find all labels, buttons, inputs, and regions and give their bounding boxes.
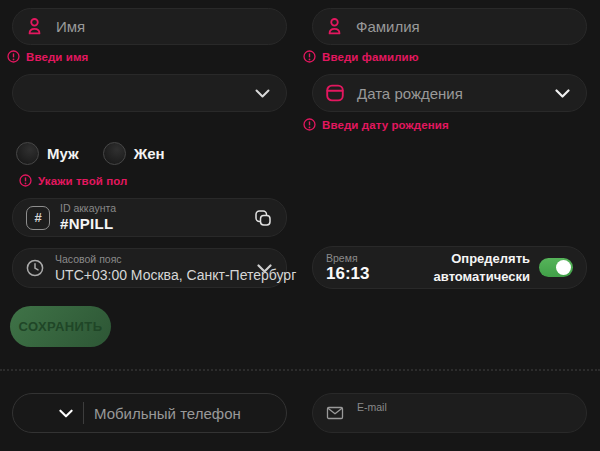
time-label: Время bbox=[326, 252, 369, 265]
auto-detect-toggle[interactable] bbox=[539, 258, 573, 277]
first-name-error: Введи имя bbox=[7, 50, 88, 63]
error-text: Введи имя bbox=[26, 51, 88, 63]
hash-icon: # bbox=[26, 206, 50, 230]
email-field[interactable]: E-mail bbox=[312, 393, 587, 433]
calendar-icon bbox=[325, 83, 345, 103]
person-icon bbox=[325, 17, 344, 36]
empty-select-field[interactable] bbox=[12, 74, 287, 112]
gender-radio-group: Муж Жен bbox=[16, 142, 165, 165]
first-name-field[interactable] bbox=[12, 8, 287, 45]
auto-detect-label: Определять автоматически bbox=[434, 250, 530, 285]
alert-circle-icon bbox=[19, 174, 32, 187]
gender-option-female[interactable]: Жен bbox=[103, 142, 165, 165]
gender-error: Укажи твой пол bbox=[19, 174, 128, 187]
first-name-input[interactable] bbox=[56, 18, 274, 35]
timezone-label: Часовой пояс bbox=[55, 253, 247, 266]
section-divider bbox=[0, 369, 600, 371]
country-code-chevron-down-icon[interactable] bbox=[59, 409, 73, 418]
field-divider bbox=[83, 402, 84, 424]
person-icon bbox=[25, 17, 44, 36]
email-label: E-mail bbox=[357, 401, 387, 414]
chevron-down-icon bbox=[257, 264, 272, 273]
save-button[interactable]: СОХРАНИТЬ bbox=[10, 306, 111, 347]
toggle-knob bbox=[556, 260, 571, 275]
clock-icon bbox=[25, 258, 45, 278]
error-text: Введи фамилию bbox=[322, 51, 419, 63]
alert-circle-icon bbox=[303, 118, 316, 131]
error-text: Введи дату рождения bbox=[322, 119, 449, 131]
copy-icon[interactable] bbox=[253, 208, 273, 228]
alert-circle-icon bbox=[303, 50, 316, 63]
gender-option-male[interactable]: Муж bbox=[16, 142, 79, 165]
timezone-value: UTC+03:00 Москва, Санкт-Петербург bbox=[55, 267, 247, 283]
birth-date-field[interactable]: Дата рождения bbox=[312, 74, 587, 112]
gender-female-label: Жен bbox=[134, 145, 165, 162]
last-name-field[interactable] bbox=[312, 8, 587, 45]
chevron-down-icon bbox=[555, 89, 570, 98]
timezone-field[interactable]: Часовой пояс UTC+03:00 Москва, Санкт-Пет… bbox=[12, 248, 287, 288]
time-field: Время 16:13 Определять автоматически bbox=[312, 246, 587, 289]
radio-circle-icon bbox=[103, 142, 126, 165]
birth-date-placeholder: Дата рождения bbox=[357, 85, 463, 102]
error-text: Укажи твой пол bbox=[38, 175, 128, 187]
birth-date-error: Введи дату рождения bbox=[303, 118, 449, 131]
radio-circle-icon bbox=[16, 142, 39, 165]
phone-field[interactable] bbox=[12, 393, 287, 433]
last-name-error: Введи фамилию bbox=[303, 50, 419, 63]
gender-male-label: Муж bbox=[47, 145, 79, 162]
alert-circle-icon bbox=[7, 50, 20, 63]
envelope-icon bbox=[325, 403, 345, 423]
account-id-field: # ID аккаунта #NPILL bbox=[12, 198, 287, 237]
chevron-down-icon bbox=[255, 89, 270, 98]
time-value: 16:13 bbox=[326, 265, 369, 284]
account-id-value: #NPILL bbox=[60, 215, 116, 232]
account-id-label: ID аккаунта bbox=[60, 202, 116, 215]
last-name-input[interactable] bbox=[356, 18, 574, 35]
phone-input[interactable] bbox=[94, 405, 274, 422]
